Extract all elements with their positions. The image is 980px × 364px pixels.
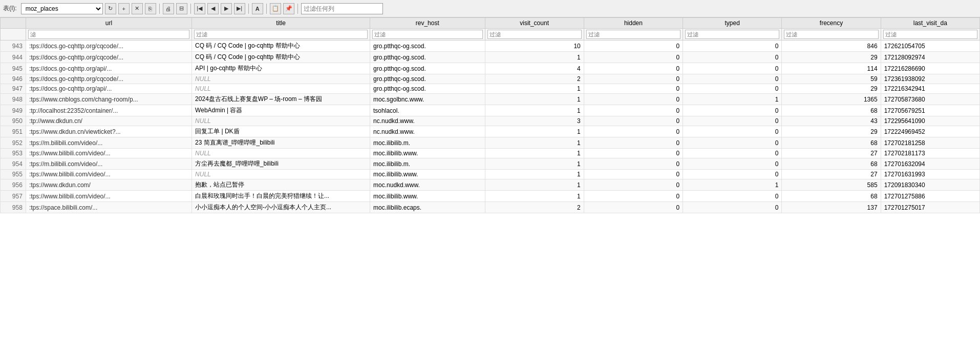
filter-lastvisit-input[interactable] [883,30,977,39]
cell-rev-host: tsohlacol. [370,105,485,116]
cell-visit-count: 3 [485,116,584,126]
separator3 [248,4,249,14]
cell-typed: 1 [683,94,782,105]
cell-last-visit-date: 172701631993 [881,170,979,179]
table-row[interactable]: 946:tps://docs.go-cqhttp.org/cqcode/...N… [1,74,980,84]
table-row[interactable]: 951:tps://www.dkdun.cn/viewticket?...回复工… [1,126,980,137]
filter-title-input[interactable] [194,30,368,39]
table-select[interactable]: moz_places [21,3,103,14]
filter-row [1,29,980,41]
filter-url-cell [26,29,191,41]
cell-rev-host: nc.nudkd.www. [370,126,485,137]
table-row[interactable]: 955:tps://www.bilibili.com/video/...NULL… [1,170,980,179]
table-row[interactable]: 952:tps://m.bilibili.com/video/...23 简直离… [1,137,980,149]
col-last-visit-date[interactable]: last_visit_da [881,18,979,29]
delete-button[interactable]: ✕ [132,3,143,14]
cell-hidden: 0 [584,149,683,158]
cell-rev-host: gro.ptthqc-og.scod. [370,84,485,94]
cell-visit-count: 1 [485,158,584,170]
table-row[interactable]: 956:tps://www.dkdun.com/抱歉，站点已暂停moc.nudk… [1,179,980,191]
first-button[interactable]: |◀ [194,3,205,14]
table-body: 943:tps://docs.go-cqhttp.org/cqcode/...C… [1,41,980,213]
print2-button[interactable]: ⊟ [176,3,187,14]
filter-hidden-input[interactable] [586,30,680,39]
cell-url: :tps://space.bilibili.com/... [26,202,191,213]
prev-button[interactable]: ◀ [207,3,219,14]
filter-rownum [1,29,26,41]
col-frecency[interactable]: frecency [782,18,881,29]
last-button[interactable]: ▶| [234,3,245,14]
table-container: url title rev_host visit_count hidden ty… [0,17,980,364]
filter-typed-input[interactable] [685,30,779,39]
table-row[interactable]: 948:tps://www.cnblogs.com/chang-room/p..… [1,94,980,105]
cell-frecency: 68 [782,158,881,170]
table-row[interactable]: 958:tps://space.bilibili.com/...小小逗痴本人的个… [1,202,980,213]
data-table: url title rev_host visit_count hidden ty… [0,17,980,213]
col-rev-host[interactable]: rev_host [370,18,485,29]
cell-title: 23 简直离谱_哔哩哔哩_bilibili [192,137,370,149]
col-url[interactable]: url [26,18,191,29]
cell-frecency: 68 [782,137,881,149]
filter-title-cell [192,29,370,41]
cell-url: :tps://www.bilibili.com/video/... [26,170,191,179]
cell-frecency: 68 [782,191,881,202]
filter-any-input[interactable] [301,3,383,14]
cell-frecency: 27 [782,170,881,179]
table-row[interactable]: 953:tps://www.bilibili.com/video/...NULL… [1,149,980,158]
table-row[interactable]: 950:tp://www.dkdun.cn/NULLnc.nudkd.www.3… [1,116,980,126]
filter-visitcount-input[interactable] [487,30,582,39]
cell-rownum: 953 [1,149,26,158]
separator1 [159,4,160,14]
col-typed[interactable]: typed [683,18,782,29]
cell-hidden: 0 [584,137,683,149]
cell-last-visit-date: 172702181258 [881,137,979,149]
cell-rev-host: moc.ilibilib.www. [370,191,485,202]
col-hidden[interactable]: hidden [584,18,683,29]
filter-url-input[interactable] [28,30,189,39]
cell-last-visit-date: 172295641090 [881,116,979,126]
cell-rev-host: gro.ptthqc-og.scod. [370,63,485,74]
refresh-button[interactable]: ↻ [105,3,116,14]
copy-button[interactable]: ⎘ [145,3,156,14]
cell-typed: 0 [683,116,782,126]
cell-frecency: 68 [782,105,881,116]
cell-hidden: 0 [584,170,683,179]
col-visit-count[interactable]: visit_count [485,18,584,29]
table-row[interactable]: 957:tps://www.bilibili.com/video/...白晨和玫… [1,191,980,202]
cell-rev-host: moc.ilibilib.m. [370,158,485,170]
table-row[interactable]: 949:tp://localhost:22352/container/...We… [1,105,980,116]
cell-last-visit-date: 172701632094 [881,158,979,170]
table-row[interactable]: 943:tps://docs.go-cqhttp.org/cqcode/...C… [1,41,980,52]
cell-visit-count: 1 [485,179,584,191]
add-button[interactable]: + [118,3,130,14]
bold-button[interactable]: A [252,3,263,14]
cell-title: WebAdmin | 容器 [192,105,370,116]
cell-rownum: 948 [1,94,26,105]
table-row[interactable]: 947:tps://docs.go-cqhttp.org/api/...NULL… [1,84,980,94]
cell-last-visit-date: 172224969452 [881,126,979,137]
print1-button[interactable]: 🖨 [163,3,174,14]
cell-rownum: 944 [1,52,26,63]
filter-revhost-input[interactable] [372,30,482,39]
table-row[interactable]: 954:tps://m.bilibili.com/video/...方尘再去魔都… [1,158,980,170]
cell-url: :tps://m.bilibili.com/video/... [26,158,191,170]
filter-frecency-cell [782,29,881,41]
cell-last-visit-date: 172701275886 [881,191,979,202]
table-row[interactable]: 944:tps://docs.go-cqhttp.org/cqcode/...C… [1,52,980,63]
copy2-button[interactable]: 📋 [270,3,281,14]
cell-typed: 0 [683,105,782,116]
cell-rev-host: moc.ilibilib.www. [370,170,485,179]
col-title[interactable]: title [192,18,370,29]
filter-frecency-input[interactable] [784,30,878,39]
cell-typed: 0 [683,149,782,158]
cell-typed: 0 [683,52,782,63]
paste-button[interactable]: 📌 [283,3,294,14]
column-header-row: url title rev_host visit_count hidden ty… [1,18,980,29]
cell-hidden: 0 [584,94,683,105]
cell-title: NULL [192,149,370,158]
table-row[interactable]: 945:tps://docs.go-cqhttp.org/api/...API … [1,63,980,74]
table-label: 表(I): [3,4,17,13]
cell-rev-host: gro.ptthqc-og.scod. [370,41,485,52]
cell-url: :tps://m.bilibili.com/video/... [26,137,191,149]
next-button[interactable]: ▶ [221,3,232,14]
